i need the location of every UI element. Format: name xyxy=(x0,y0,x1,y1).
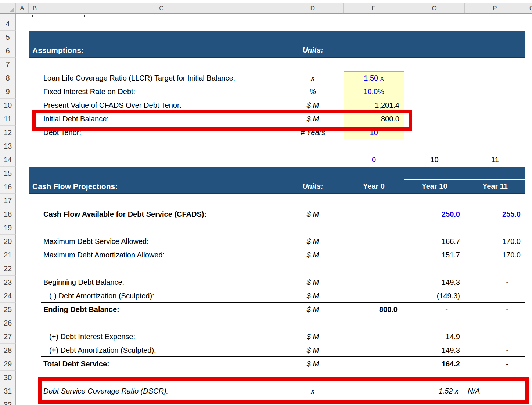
column-header-year10[interactable]: Year 10 xyxy=(404,180,465,193)
row-header-13[interactable]: 13 xyxy=(0,139,16,153)
label-max-debt-service[interactable]: Maximum Debt Service Allowed: xyxy=(43,235,280,248)
column-header-year0[interactable]: Year 0 xyxy=(344,180,404,193)
row-header-15[interactable]: 15 xyxy=(0,167,16,180)
row-header-27[interactable]: 27 xyxy=(0,330,16,344)
row-header-8[interactable]: 8 xyxy=(0,71,16,85)
column-header-A[interactable]: A xyxy=(16,3,29,13)
label-cfads[interactable]: Cash Flow Available for Debt Service (CF… xyxy=(43,207,280,221)
label-interest-rate[interactable]: Fixed Interest Rate on Debt: xyxy=(43,85,280,99)
row-header-16[interactable]: 16 xyxy=(0,180,16,194)
column-header-D[interactable]: D xyxy=(282,3,344,13)
label-debt-amortization-add[interactable]: (+) Debt Amortization (Sculpted): xyxy=(49,344,286,357)
label-max-debt-amortization[interactable]: Maximum Debt Amortization Allowed: xyxy=(43,248,280,262)
ending-debt-balance-year11[interactable]: - xyxy=(465,303,525,316)
row-header-32[interactable]: 32 xyxy=(0,398,16,405)
cashflow-units-header[interactable]: Units: xyxy=(282,180,344,193)
max-debt-service-year10[interactable]: 166.7 xyxy=(404,235,465,248)
debt-amortization-add-year10[interactable]: 149.3 xyxy=(404,344,465,357)
row-header-19[interactable]: 19 xyxy=(0,221,16,235)
unit-debt-amortization-add[interactable]: $ M xyxy=(282,344,344,357)
input-llcr-target[interactable]: 1.50 x xyxy=(344,71,404,85)
cashflow-title[interactable]: Cash Flow Projections: xyxy=(32,180,118,193)
row-header-23[interactable]: 23 xyxy=(0,276,16,289)
row-header-14[interactable]: 14 xyxy=(0,153,16,167)
unit-debt-amortization-sculpted[interactable]: $ M xyxy=(282,289,344,303)
column-header-Q[interactable]: Q xyxy=(525,3,532,13)
beginning-debt-balance-year10[interactable]: 149.3 xyxy=(404,276,465,289)
label-pv-cfads[interactable]: Present Value of CFADS Over Debt Tenor: xyxy=(43,99,280,112)
unit-debt-tenor[interactable]: # Years xyxy=(282,126,344,139)
label-dscr[interactable]: Debt Service Coverage Ratio (DSCR): xyxy=(43,384,280,398)
assumptions-title[interactable]: Assumptions: xyxy=(32,43,84,57)
label-debt-amortization-sculpted[interactable]: (-) Debt Amortization (Sculpted): xyxy=(49,289,286,303)
unit-initial-debt-balance[interactable]: $ M xyxy=(282,112,344,126)
debt-interest-expense-year10[interactable]: 14.9 xyxy=(404,330,465,344)
label-initial-debt-balance[interactable]: Initial Debt Balance: xyxy=(43,112,280,126)
unit-max-debt-service[interactable]: $ M xyxy=(282,235,344,248)
debt-amortization-add-year11[interactable]: - xyxy=(465,344,525,357)
select-all-corner[interactable] xyxy=(0,3,16,13)
cfads-year11[interactable]: 255.0 xyxy=(465,207,525,221)
row-header-9[interactable]: 9 xyxy=(0,85,16,99)
beginning-debt-balance-year11[interactable]: - xyxy=(465,276,525,289)
value-pv-cfads[interactable]: 1,201.4 xyxy=(344,99,404,112)
row-header-17[interactable]: 17 xyxy=(0,194,16,207)
row-header-10[interactable]: 10 xyxy=(0,99,16,112)
column-header-E[interactable]: E xyxy=(344,3,404,13)
label-debt-tenor[interactable]: Debt Tenor: xyxy=(43,126,280,139)
label-ending-debt-balance[interactable]: Ending Debt Balance: xyxy=(43,303,280,316)
unit-ending-debt-balance[interactable]: $ M xyxy=(282,303,344,316)
value-initial-debt-balance[interactable]: 800.0 xyxy=(344,112,404,126)
row-header-3-partial[interactable] xyxy=(0,14,16,17)
column-header-P[interactable]: P xyxy=(465,3,525,13)
assumptions-units-header[interactable]: Units: xyxy=(282,43,344,57)
column-header-year11[interactable]: Year 11 xyxy=(465,180,525,193)
label-llcr-target[interactable]: Loan Life Coverage Ratio (LLCR) Target f… xyxy=(43,71,280,85)
debt-amortization-sculpted-year10[interactable]: (149.3) xyxy=(404,289,465,303)
dscr-year10[interactable]: 1.52 x xyxy=(404,384,465,398)
row-header-4[interactable]: 4 xyxy=(0,17,16,31)
period-number-year11[interactable]: 11 xyxy=(465,153,525,167)
row-header-7[interactable]: 7 xyxy=(0,58,16,71)
label-debt-interest-expense[interactable]: (+) Debt Interest Expense: xyxy=(49,330,286,344)
unit-cfads[interactable]: $ M xyxy=(282,207,344,221)
unit-interest-rate[interactable]: % xyxy=(282,85,344,99)
row-header-24[interactable]: 24 xyxy=(0,289,16,303)
column-header-O[interactable]: O xyxy=(404,3,465,13)
dscr-year11[interactable]: N/A xyxy=(465,384,525,398)
ending-debt-balance-year0[interactable]: 800.0 xyxy=(344,303,404,316)
row-header-18[interactable]: 18 xyxy=(0,207,16,221)
max-debt-amortization-year11[interactable]: 170.0 xyxy=(465,248,525,262)
row-header-25[interactable]: 25 xyxy=(0,303,16,316)
input-debt-tenor[interactable]: 10 xyxy=(344,126,404,139)
debt-interest-expense-year11[interactable]: - xyxy=(465,330,525,344)
unit-max-debt-amortization[interactable]: $ M xyxy=(282,248,344,262)
period-number-year10[interactable]: 10 xyxy=(404,153,465,167)
row-header-22[interactable]: 22 xyxy=(0,262,16,276)
unit-pv-cfads[interactable]: $ M xyxy=(282,99,344,112)
row-header-20[interactable]: 20 xyxy=(0,235,16,248)
row-header-26[interactable]: 26 xyxy=(0,316,16,330)
row-header-30[interactable]: 30 xyxy=(0,371,16,384)
row-header-5[interactable]: 5 xyxy=(0,31,16,44)
unit-dscr[interactable]: x xyxy=(282,384,344,398)
row-header-12[interactable]: 12 xyxy=(0,126,16,139)
row-header-31[interactable]: 31 xyxy=(0,384,16,398)
cfads-year10[interactable]: 250.0 xyxy=(404,207,465,221)
label-beginning-debt-balance[interactable]: Beginning Debt Balance: xyxy=(43,276,280,289)
period-number-year0[interactable]: 0 xyxy=(344,153,404,167)
column-header-C[interactable]: C xyxy=(41,3,282,13)
ending-debt-balance-year10[interactable]: - xyxy=(404,303,465,316)
total-debt-service-year10[interactable]: 164.2 xyxy=(404,357,465,371)
unit-debt-interest-expense[interactable]: $ M xyxy=(282,330,344,344)
row-header-28[interactable]: 28 xyxy=(0,344,16,357)
row-header-21[interactable]: 21 xyxy=(0,248,16,262)
row-header-11[interactable]: 11 xyxy=(0,112,16,126)
input-interest-rate[interactable]: 10.0% xyxy=(344,85,404,99)
max-debt-amortization-year10[interactable]: 151.7 xyxy=(404,248,465,262)
unit-beginning-debt-balance[interactable]: $ M xyxy=(282,276,344,289)
max-debt-service-year11[interactable]: 170.0 xyxy=(465,235,525,248)
total-debt-service-year11[interactable]: - xyxy=(465,357,525,371)
label-total-debt-service[interactable]: Total Debt Service: xyxy=(43,357,280,371)
unit-total-debt-service[interactable]: $ M xyxy=(282,357,344,371)
